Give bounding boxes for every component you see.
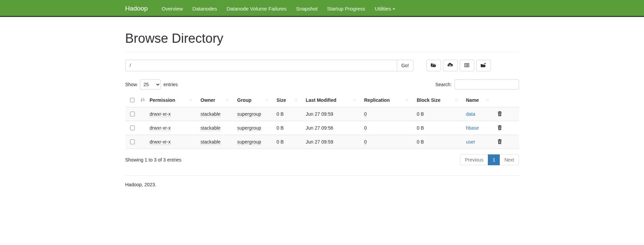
caret-down-icon <box>392 8 395 10</box>
header-group[interactable]: Group↑↓ <box>234 94 273 107</box>
sort-icon: ↑↓ <box>189 97 192 102</box>
folder-move-icon <box>480 62 486 69</box>
directory-link[interactable]: hbase <box>466 125 479 131</box>
modified-cell: Jun 27 09:59 <box>302 135 361 149</box>
delete-button[interactable] <box>497 111 502 116</box>
directory-link[interactable]: user <box>466 139 475 145</box>
owner-cell: stackable <box>197 107 234 121</box>
table-row: drwxr-xr-xstackablesupergroup0 BJun 27 0… <box>125 107 519 121</box>
brand-link[interactable]: Hadoop <box>125 5 153 12</box>
nav-startup-progress[interactable]: Startup Progress <box>322 1 370 17</box>
nav-utilities-dropdown[interactable]: Utilities <box>370 1 400 17</box>
header-last-modified-label: Last Modified <box>306 97 336 103</box>
cloud-upload-icon <box>447 62 453 69</box>
row-checkbox[interactable] <box>130 126 135 130</box>
nav-snapshot[interactable]: Snapshot <box>291 1 322 17</box>
trash-icon <box>497 126 502 131</box>
set-quota-button[interactable] <box>460 60 474 71</box>
select-all-checkbox[interactable] <box>130 98 134 102</box>
owner-editable[interactable]: stackable <box>201 125 221 131</box>
entries-info: Showing 1 to 3 of 3 entries <box>125 157 182 163</box>
directory-link[interactable]: data <box>466 111 475 117</box>
sort-icon: ↑↓ <box>294 97 297 102</box>
search-label: Search: <box>435 82 452 87</box>
delete-button[interactable] <box>497 139 502 144</box>
block_size-cell: 0 B <box>413 121 463 135</box>
owner-editable[interactable]: stackable <box>201 111 221 117</box>
copyright-text: Hadoop, 2023. <box>125 182 519 187</box>
header-permission[interactable]: Permission↑↓ <box>146 94 197 107</box>
nav-datanodes[interactable]: Datanodes <box>188 1 222 17</box>
nav-utilities-label: Utilities <box>375 6 391 12</box>
actions-cell <box>494 121 519 135</box>
modified-value: Jun 27 09:59 <box>306 111 333 117</box>
header-size-label: Size <box>277 97 286 103</box>
page: Hadoop Overview Datanodes Datanode Volum… <box>0 0 644 245</box>
permission-cell: drwxr-xr-x <box>146 135 197 149</box>
sort-icon: ↑↓ <box>455 97 457 102</box>
group-cell: supergroup <box>234 107 273 121</box>
size-value: 0 B <box>277 111 284 117</box>
sort-icon: ↑↓ <box>405 97 408 102</box>
actions-cell <box>494 107 519 121</box>
header-name-label: Name <box>466 97 479 103</box>
table-row: drwxr-xr-xstackablesupergroup0 BJun 27 0… <box>125 135 519 149</box>
name-cell: hbase <box>463 121 494 135</box>
row-checkbox[interactable] <box>130 112 135 116</box>
nav-links: Overview Datanodes Datanode Volume Failu… <box>157 0 400 17</box>
pagination-page-1[interactable]: 1 <box>488 154 500 165</box>
select-all-header[interactable] <box>125 94 146 107</box>
header-replication-label: Replication <box>364 97 390 103</box>
delete-button[interactable] <box>497 125 502 130</box>
replication-editable[interactable]: 0 <box>364 139 367 145</box>
replication-editable[interactable]: 0 <box>364 125 367 131</box>
replication-cell: 0 <box>361 107 413 121</box>
group-editable[interactable]: supergroup <box>237 125 261 131</box>
move-paste-button[interactable] <box>476 60 491 71</box>
header-owner[interactable]: Owner↑↓ <box>197 94 234 107</box>
go-button[interactable]: Go! <box>397 60 413 71</box>
header-block-size-label: Block Size <box>417 97 441 103</box>
replication-cell: 0 <box>361 121 413 135</box>
size-cell: 0 B <box>273 107 302 121</box>
footer-divider <box>125 175 519 176</box>
size-cell: 0 B <box>273 121 302 135</box>
header-block-size[interactable]: Block Size↑↓ <box>413 94 463 107</box>
name-cell: user <box>463 135 494 149</box>
nav-datanode-volume-failures[interactable]: Datanode Volume Failures <box>222 1 291 17</box>
path-bar: Go! <box>125 60 519 71</box>
header-size[interactable]: Size↑↓ <box>273 94 302 107</box>
header-name[interactable]: Name↑↓ <box>463 94 494 107</box>
header-last-modified[interactable]: Last Modified↑↓ <box>302 94 361 107</box>
pagination-next[interactable]: Next <box>500 154 519 165</box>
permission-cell: drwxr-xr-x <box>146 121 197 135</box>
sort-icon: ↑↓ <box>265 97 268 102</box>
trash-icon <box>497 112 502 117</box>
path-input[interactable] <box>125 60 397 71</box>
create-directory-button[interactable] <box>426 60 441 71</box>
nav-overview[interactable]: Overview <box>157 1 188 17</box>
header-replication[interactable]: Replication↑↓ <box>361 94 413 107</box>
open-folder-icon <box>430 62 437 69</box>
sort-icon: ↑↓ <box>353 97 355 102</box>
pagination-previous[interactable]: Previous <box>460 154 488 165</box>
block_size-value: 0 B <box>417 111 424 117</box>
size-value: 0 B <box>277 139 284 145</box>
header-owner-label: Owner <box>201 97 216 103</box>
block_size-value: 0 B <box>417 139 424 145</box>
search-input[interactable] <box>455 79 519 90</box>
page-size-select[interactable]: 25 <box>140 79 161 90</box>
row-checkbox[interactable] <box>130 139 135 144</box>
owner-editable[interactable]: stackable <box>201 139 221 145</box>
table-row: drwxr-xr-xstackablesupergroup0 BJun 27 0… <box>125 121 519 135</box>
owner-cell: stackable <box>197 135 234 149</box>
replication-editable[interactable]: 0 <box>364 111 367 117</box>
replication-cell: 0 <box>361 135 413 149</box>
upload-file-button[interactable] <box>443 60 458 71</box>
table-controls: Show 25 entries Search: <box>125 79 519 90</box>
permission-editable[interactable]: drwxr-xr-x <box>150 139 171 145</box>
permission-editable[interactable]: drwxr-xr-x <box>150 111 171 117</box>
group-editable[interactable]: supergroup <box>237 111 261 117</box>
group-editable[interactable]: supergroup <box>237 139 261 145</box>
permission-editable[interactable]: drwxr-xr-x <box>150 125 171 131</box>
